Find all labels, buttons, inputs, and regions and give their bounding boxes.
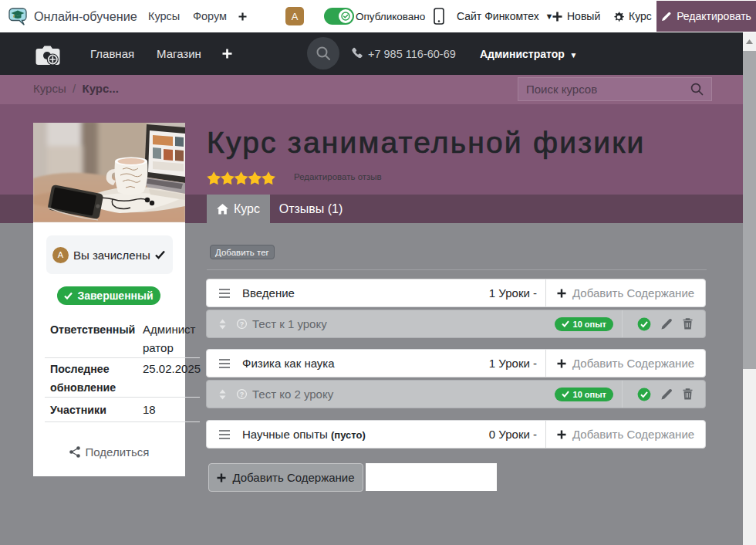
svg-text:?: ?: [240, 320, 245, 328]
svg-text:?: ?: [240, 391, 245, 398]
